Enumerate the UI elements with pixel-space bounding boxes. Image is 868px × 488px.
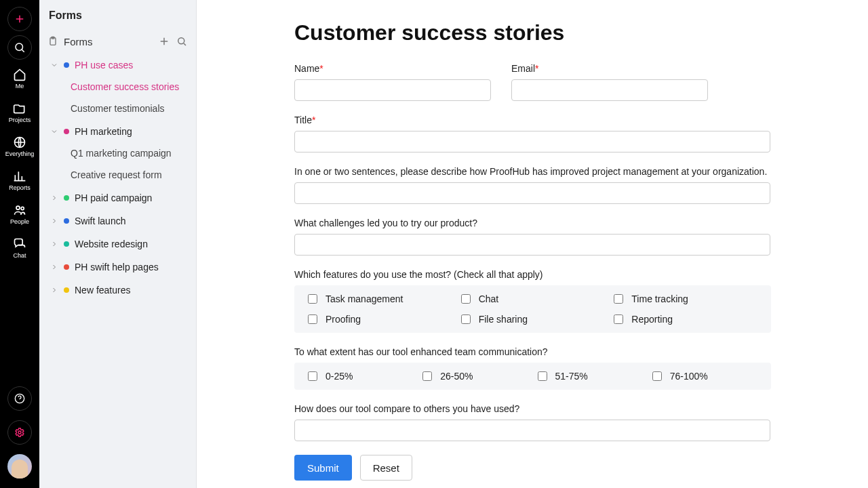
color-dot	[64, 241, 69, 247]
checkbox-option[interactable]: Time tracking	[614, 293, 757, 304]
chevron-icon	[50, 127, 58, 136]
compare-input[interactable]	[294, 420, 770, 441]
challenges-label: What challenges led you to try our produ…	[294, 218, 771, 228]
describe-label: In one or two sentences, please describe…	[294, 166, 771, 177]
checkbox-option[interactable]: Reporting	[614, 314, 757, 325]
checkbox-option[interactable]: 0-25%	[308, 371, 413, 382]
checkbox[interactable]	[652, 371, 662, 381]
features-checkboxes: Task managementChatTime trackingProofing…	[294, 285, 771, 333]
checkbox-option[interactable]: Chat	[461, 293, 605, 304]
checkbox[interactable]	[422, 371, 432, 381]
reset-button[interactable]: Reset	[360, 455, 412, 481]
extent-label: To what extent has our tool enhanced tea…	[294, 346, 771, 357]
tree-group[interactable]: PH marketing	[45, 121, 191, 142]
color-dot	[64, 264, 69, 270]
nav-me[interactable]: Me	[13, 64, 26, 94]
nav-projects[interactable]: Projects	[9, 98, 31, 127]
checkbox-label: File sharing	[479, 314, 528, 325]
settings-button[interactable]	[7, 420, 32, 445]
help-button[interactable]	[7, 386, 32, 411]
color-dot	[64, 287, 69, 293]
tree-group[interactable]: PH swift help pages	[45, 256, 191, 278]
nav-rail: Me Projects Everything Reports People Ch…	[0, 0, 39, 488]
compare-label: How does our tool compare to others you …	[294, 403, 771, 414]
checkbox[interactable]	[308, 314, 317, 324]
clipboard-icon	[47, 36, 58, 47]
chevron-icon	[50, 217, 58, 225]
tree-group[interactable]: Swift launch	[45, 210, 191, 232]
checkbox-label: Task management	[326, 293, 403, 304]
forms-tree: PH use casesCustomer success storiesCust…	[39, 54, 196, 302]
add-form-icon[interactable]	[158, 35, 170, 47]
color-dot	[64, 218, 69, 224]
nav-people[interactable]: People	[10, 199, 29, 229]
title-label: Title*	[294, 115, 771, 125]
checkbox-label: 51-75%	[555, 371, 588, 382]
main-content: Customer success stories Name* Email* Ti…	[197, 0, 868, 488]
nav-everything[interactable]: Everything	[5, 131, 35, 161]
extent-checkboxes: 0-25%26-50%51-75%76-100%	[294, 363, 771, 390]
challenges-input[interactable]	[294, 234, 770, 256]
chevron-icon	[50, 240, 58, 248]
tree-group-label: Swift launch	[75, 216, 125, 226]
svg-point-5	[18, 431, 21, 434]
tree-child[interactable]: Customer testimonials	[45, 98, 191, 119]
describe-input[interactable]	[294, 182, 770, 204]
user-avatar[interactable]	[7, 454, 32, 479]
tree-group-label: PH paid campaign	[75, 192, 152, 203]
tree-group[interactable]: Website redesign	[45, 233, 191, 255]
svg-point-3	[21, 207, 24, 209]
checkbox[interactable]	[538, 371, 547, 381]
tree-group-label: PH use cases	[75, 60, 133, 70]
name-input[interactable]	[294, 79, 491, 101]
checkbox-label: 76-100%	[670, 371, 708, 382]
checkbox-option[interactable]: 51-75%	[538, 371, 643, 382]
chevron-icon	[50, 61, 58, 69]
checkbox-label: Reporting	[631, 314, 673, 325]
svg-point-2	[16, 206, 20, 209]
tree-child[interactable]: Customer success stories	[45, 76, 191, 98]
title-input[interactable]	[294, 131, 770, 152]
svg-point-8	[178, 38, 184, 44]
color-dot	[64, 62, 69, 68]
chevron-icon	[50, 263, 58, 271]
color-dot	[64, 195, 69, 201]
tree-group[interactable]: PH paid campaign	[45, 187, 191, 209]
submit-button[interactable]: Submit	[294, 455, 352, 481]
checkbox-label: Proofing	[326, 314, 361, 325]
checkbox[interactable]	[614, 314, 623, 324]
sidebar-title: Forms	[39, 0, 196, 28]
checkbox-option[interactable]: 26-50%	[422, 371, 528, 382]
checkbox-option[interactable]: Task management	[308, 293, 452, 304]
nav-chat[interactable]: Chat	[13, 233, 26, 263]
checkbox-option[interactable]: File sharing	[461, 314, 605, 325]
search-forms-icon[interactable]	[176, 35, 188, 47]
name-label: Name*	[294, 63, 491, 74]
checkbox[interactable]	[461, 294, 471, 304]
checkbox-label: Chat	[479, 293, 499, 304]
nav-reports[interactable]: Reports	[9, 165, 31, 195]
sidebar: Forms Forms PH use casesCustomer success…	[39, 0, 197, 488]
tree-child[interactable]: Q1 marketing campaign	[45, 142, 191, 164]
svg-point-0	[16, 43, 23, 51]
add-button[interactable]	[7, 7, 32, 31]
email-input[interactable]	[511, 79, 708, 101]
sidebar-header-label: Forms	[64, 36, 153, 47]
checkbox[interactable]	[308, 294, 317, 304]
tree-child[interactable]: Creative request form	[45, 164, 191, 186]
checkbox[interactable]	[308, 371, 317, 381]
checkbox[interactable]	[614, 294, 623, 304]
tree-group-label: PH marketing	[75, 126, 132, 137]
tree-group[interactable]: New features	[45, 279, 191, 301]
tree-group-label: Website redesign	[75, 239, 148, 249]
checkbox-option[interactable]: Proofing	[308, 314, 452, 325]
email-label: Email*	[511, 63, 708, 74]
checkbox-option[interactable]: 76-100%	[652, 371, 757, 382]
checkbox-label: 26-50%	[440, 371, 473, 382]
tree-group[interactable]: PH use cases	[45, 54, 191, 76]
chevron-icon	[50, 286, 58, 294]
form-title: Customer success stories	[294, 20, 827, 45]
checkbox[interactable]	[461, 314, 471, 324]
search-button[interactable]	[7, 35, 32, 60]
tree-group-label: New features	[75, 285, 130, 296]
